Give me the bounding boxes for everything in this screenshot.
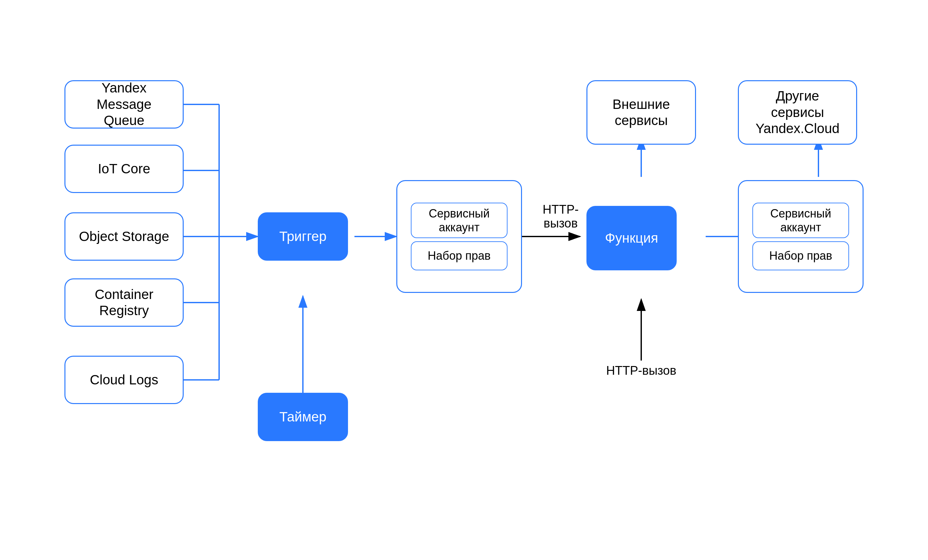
cld-label: Cloud Logs — [90, 372, 158, 388]
service-acc-1-node: Сервисный аккаунт — [411, 203, 508, 238]
http1-text: HTTP-вызов — [543, 203, 579, 230]
service-acc-1-label: Сервисный аккаунт — [429, 206, 490, 234]
cnt-label: Container Registry — [75, 287, 173, 319]
architecture-diagram: Yandex Message Queue IoT Core Object Sto… — [45, 55, 883, 505]
timer-node: Таймер — [258, 393, 348, 441]
rights-2-node: Набор прав — [752, 241, 849, 270]
iot-node: IoT Core — [64, 145, 184, 193]
service-acc-2-label: Сервисный аккаунт — [770, 206, 831, 234]
rights-1-label: Набор прав — [427, 249, 490, 262]
ymq-node: Yandex Message Queue — [64, 80, 184, 128]
obj-node: Object Storage — [64, 212, 184, 261]
cnt-node: Container Registry — [64, 278, 184, 327]
trigger-label: Триггер — [279, 229, 327, 244]
service-acc-box-left: Сервисный аккаунт Набор прав — [396, 180, 522, 293]
http-label-2: HTTP-вызов — [599, 364, 683, 378]
ext-services-label: Внешние сервисы — [612, 96, 670, 129]
obj-label: Object Storage — [79, 229, 169, 244]
rights-1-node: Набор прав — [411, 241, 508, 270]
other-services-label: Другие сервисы Yandex.Cloud — [748, 88, 847, 137]
service-acc-2-node: Сервисный аккаунт — [752, 203, 849, 238]
http-label-1: HTTP-вызов — [528, 203, 593, 230]
cld-node: Cloud Logs — [64, 356, 184, 404]
trigger-node: Триггер — [258, 212, 348, 261]
iot-label: IoT Core — [98, 161, 151, 177]
ext-services-node: Внешние сервисы — [586, 80, 696, 145]
http2-text: HTTP-вызов — [606, 364, 676, 377]
other-services-node: Другие сервисы Yandex.Cloud — [738, 80, 857, 145]
function-label: Функция — [605, 230, 658, 246]
ymq-label: Yandex Message Queue — [75, 80, 173, 128]
function-node: Функция — [586, 206, 677, 270]
rights-2-label: Набор прав — [769, 249, 832, 262]
timer-label: Таймер — [279, 409, 327, 425]
service-acc-box-right: Сервисный аккаунт Набор прав — [738, 180, 864, 293]
